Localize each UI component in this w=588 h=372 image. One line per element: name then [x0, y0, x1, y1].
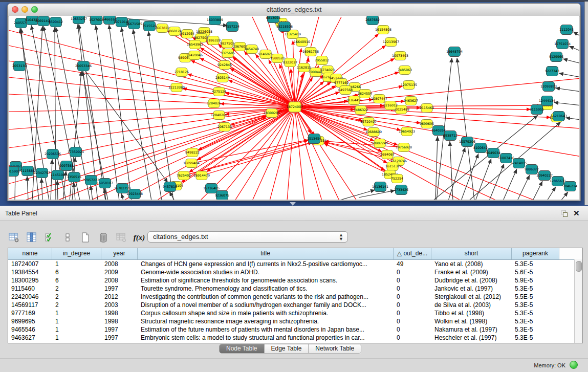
- graph-node-label: 9860124: [167, 29, 182, 33]
- memory-status-label: Memory: OK: [534, 362, 565, 368]
- graph-node-label: 9049034: [486, 151, 500, 155]
- graph-node-label: 12093873: [540, 84, 557, 88]
- graph-node-label: 8322037: [283, 60, 297, 64]
- graph-node-label: 17359924: [68, 150, 84, 154]
- graph-node-label: 12923448: [126, 192, 143, 195]
- graph-node-label: 9699695: [420, 122, 434, 125]
- column-header[interactable]: △ out_de...: [394, 248, 431, 259]
- column-header[interactable]: name: [8, 248, 52, 259]
- table-settings-button[interactable]: [7, 231, 20, 244]
- graph-node-label: 10807447: [371, 97, 387, 100]
- new-table-button[interactable]: [79, 231, 92, 244]
- graph-node-label: 16671585: [126, 22, 142, 26]
- show-columns-button[interactable]: [25, 231, 38, 244]
- column-pair-button[interactable]: [61, 231, 74, 244]
- graph-node-label: 12975135: [401, 83, 417, 86]
- column-header[interactable]: pagerank: [512, 248, 559, 259]
- column-header[interactable]: title: [138, 248, 394, 259]
- table-row[interactable]: 946554611997Estimation of the future num…: [8, 325, 582, 334]
- network-canvas-svg[interactable]: 1872400798601248912954182260589827508165…: [9, 16, 579, 200]
- graph-node-label: 9227343: [545, 69, 559, 73]
- table-panel-header: Table Panel ✕: [0, 206, 588, 221]
- graph-node-label: 9129966: [549, 55, 563, 58]
- table-toolbar: f(x): [7, 230, 146, 245]
- table-row[interactable]: 1938455462009Genome-wide association stu…: [8, 268, 582, 276]
- column-header[interactable]: short: [431, 248, 512, 259]
- graph-node-label: 12848266: [211, 113, 227, 117]
- delete-button[interactable]: [97, 231, 110, 244]
- graph-node-label: 7515526: [142, 24, 157, 28]
- close-panel-icon[interactable]: ✕: [573, 209, 580, 218]
- graph-node-label: 7625402: [177, 173, 191, 177]
- graph-node-label: 9827503: [220, 41, 234, 45]
- table-row[interactable]: 1872400712008Changes of HCN gene express…: [8, 260, 582, 268]
- window-titlebar[interactable]: citations_edges.txt: [8, 4, 580, 16]
- graph-node-label: 16099484: [183, 161, 200, 165]
- new-document-icon: [80, 232, 91, 243]
- graph-node-label: 6734023: [320, 68, 335, 72]
- graph-node-label: 1162815: [297, 65, 311, 69]
- graph-node-label: 3915901: [9, 169, 20, 173]
- graph-node-label: 20364456: [346, 98, 362, 102]
- column-header[interactable]: year: [101, 248, 138, 259]
- table-row[interactable]: 969969511998Structural magnetic resonanc…: [8, 317, 582, 325]
- table-panel-title: Table Panel: [5, 210, 37, 217]
- graph-node-label: 8100642: [473, 146, 488, 149]
- graph-node-label: 2718126: [175, 70, 189, 74]
- graph-node-label: 16543962: [187, 42, 203, 46]
- graph-node-label: 16961758: [302, 50, 319, 53]
- graph-node-label: 19756928: [396, 145, 412, 149]
- graph-node-label: 8813054: [266, 16, 280, 19]
- table-row[interactable]: 1456911722003Disruption of a novel membe…: [8, 301, 582, 309]
- graph-node-label: 2053130: [12, 64, 27, 68]
- column-header[interactable]: in_degree: [52, 248, 101, 259]
- network-file-select[interactable]: citations_edges.txt ▲▼: [147, 231, 348, 243]
- graph-node-label: 7486322: [354, 108, 368, 112]
- graph-node-label: 15751074: [554, 42, 571, 46]
- table-row[interactable]: 2242004622012Investigating the contribut…: [8, 293, 582, 301]
- graph-node-label: 13218506: [276, 25, 293, 28]
- graph-node-label: 22420046: [186, 53, 203, 57]
- graph-node-label: 16914479: [193, 173, 210, 177]
- tab-network-table[interactable]: Network Table: [309, 344, 361, 353]
- table-tabs: Node TableEdge TableNetwork Table: [219, 344, 361, 354]
- graph-node-label: 1588520: [270, 56, 285, 60]
- graph-node-label: 6497568: [338, 88, 353, 92]
- function-builder-button[interactable]: f(x): [133, 231, 146, 244]
- graph-node-label: 8454749: [245, 47, 259, 51]
- graph-node-label: 1527602: [89, 18, 103, 21]
- delete-table-button[interactable]: [115, 231, 128, 244]
- graph-node-label: 1513454: [307, 137, 321, 140]
- status-bar: Memory: OK: [0, 358, 588, 372]
- graph-node-label: 9777169: [334, 81, 349, 84]
- select-rows-button[interactable]: [43, 231, 56, 244]
- graph-node-label: 4275124: [212, 90, 226, 93]
- graph-node-label: 18907249: [372, 141, 388, 145]
- float-panel-icon[interactable]: [561, 210, 569, 218]
- graph-node-label: 15720407: [360, 120, 377, 123]
- tab-edge-table[interactable]: Edge Table: [265, 344, 309, 353]
- network-canvas[interactable]: 1872400798601248912954182260589827508165…: [9, 16, 579, 200]
- table-body: 1872400712008Changes of HCN gene express…: [8, 260, 582, 342]
- graph-node-label: 16640910: [294, 40, 310, 43]
- tab-node-table[interactable]: Node Table: [220, 344, 265, 353]
- split-pane-grip[interactable]: [290, 202, 296, 206]
- table-scrollbar[interactable]: [574, 259, 582, 343]
- table-row[interactable]: 1830029562008Estimation of significance …: [8, 276, 582, 285]
- graph-node-label: 9242845: [217, 63, 232, 67]
- graph-node-label: 1284826: [207, 101, 221, 105]
- graph-node-label: 9115955: [530, 107, 544, 111]
- table-scrollbar-thumb[interactable]: [576, 261, 582, 272]
- table-row[interactable]: 946362711997Embryonic stem cells: a mode…: [8, 334, 582, 342]
- graph-node-label: 10940227: [536, 173, 553, 177]
- graph-node-label: 7557224: [225, 25, 239, 28]
- graph-node-label: 2803144: [215, 76, 230, 79]
- table-row[interactable]: 977716911998Corpus callosum shape and si…: [8, 309, 582, 317]
- table-row[interactable]: 911546021997Tourette syndrome. Phenomeno…: [8, 285, 582, 293]
- graph-node-label: 3624554: [358, 92, 372, 95]
- column-header-filler: [559, 248, 582, 259]
- graph-node-label: 10579206: [459, 140, 475, 143]
- graph-node-label: 1115686: [20, 169, 35, 172]
- graph-node-label: 11007416: [498, 156, 514, 160]
- select-column-icon: [26, 232, 37, 243]
